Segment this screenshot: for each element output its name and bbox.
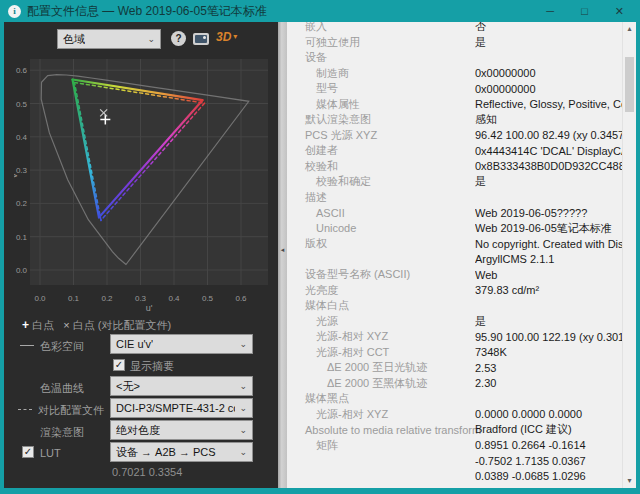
table-row[interactable]: 矩阵0.8951 0.2664 -0.1614 bbox=[287, 438, 622, 454]
whitepoint-legend-label: 白点 bbox=[32, 319, 54, 331]
window-body: 色域 ⌄ ? 3D▾ 0.00.00.10.10.20.20.30.30.40.… bbox=[4, 22, 636, 488]
intent-dropdown[interactable]: 绝对色度 ⌄ bbox=[110, 420, 253, 440]
show-summary-checkbox[interactable]: ✓ bbox=[113, 359, 125, 371]
table-row[interactable]: 设备型号名称 (ASCII)Web bbox=[287, 267, 622, 283]
view-dropdown[interactable]: 色域 ⌄ bbox=[57, 29, 161, 49]
table-row[interactable]: 制造商0x00000000 bbox=[287, 66, 622, 82]
lut-label: LUT bbox=[40, 447, 61, 459]
scroll-down-icon[interactable]: ▾ bbox=[623, 474, 636, 488]
property-value: 2.30 bbox=[475, 377, 622, 389]
titlebar[interactable]: i 配置文件信息 — Web 2019-06-05笔记本标准 ─ □ ✕ bbox=[0, 0, 640, 22]
compare-profile-label: 对比配置文件 bbox=[38, 403, 104, 418]
svg-text:0.1: 0.1 bbox=[68, 294, 80, 303]
tempcurve-label: 色温曲线 bbox=[40, 381, 84, 396]
svg-text:0.5: 0.5 bbox=[202, 294, 214, 303]
table-row[interactable]: 校验和确定是 bbox=[287, 174, 622, 190]
property-label: 制造商 bbox=[287, 66, 475, 81]
table-row[interactable]: 光源-相对 XYZ95.90 100.00 122.19 (xy 0.3015 … bbox=[287, 329, 622, 345]
property-value: 0x4443414C 'DCAL' DisplayCAL bbox=[475, 145, 622, 157]
svg-text:0.3: 0.3 bbox=[135, 294, 147, 303]
splitter-grip-icon: ◂ bbox=[278, 246, 287, 254]
property-label: 型号 bbox=[287, 81, 475, 96]
table-row[interactable]: 嵌入否 bbox=[287, 22, 622, 35]
colorspace-value: CIE u'v' bbox=[116, 338, 153, 350]
property-value: ArgyllCMS 2.1.1 bbox=[475, 253, 622, 265]
property-label: 创建者 bbox=[287, 143, 475, 158]
property-value: 是 bbox=[475, 174, 622, 189]
view-3d-button[interactable]: 3D▾ bbox=[216, 30, 237, 44]
table-row[interactable]: -0.7502 1.7135 0.0367 bbox=[287, 453, 622, 469]
table-row[interactable]: UnicodeWeb 2019-06-05笔记本标准 bbox=[287, 221, 622, 237]
tempcurve-dropdown[interactable]: <无> ⌄ bbox=[110, 376, 253, 396]
whitepoint-legend: + 白点 × 白点 (对比配置文件) bbox=[22, 318, 171, 333]
property-label: 校验和确定 bbox=[287, 174, 475, 189]
property-table: 嵌入否可独立使用是设备制造商0x00000000型号0x00000000媒体属性… bbox=[287, 22, 622, 484]
compare-profile-dropdown[interactable]: DCI-P3/SMPTE-431-2 colo ⌄ bbox=[110, 398, 253, 418]
table-row[interactable]: PCS 光源 XYZ96.42 100.00 82.49 (xy 0.3457 … bbox=[287, 128, 622, 144]
table-row[interactable]: 光源是 bbox=[287, 314, 622, 330]
property-value: Web bbox=[475, 269, 622, 281]
lut-value: 设备 → A2B → PCS bbox=[116, 445, 216, 460]
scroll-up-icon[interactable]: ▴ bbox=[623, 22, 636, 36]
property-label: 校验和 bbox=[287, 159, 475, 174]
table-row[interactable]: Absolute to media relative transformBrad… bbox=[287, 422, 622, 438]
table-row[interactable]: 可独立使用是 bbox=[287, 35, 622, 51]
property-label: 设备型号名称 (ASCII) bbox=[287, 267, 475, 282]
minimize-button[interactable]: ─ bbox=[546, 0, 554, 22]
image-icon-dot bbox=[203, 36, 206, 39]
property-label: 默认渲染意图 bbox=[287, 112, 475, 127]
table-row[interactable]: 媒体白点 bbox=[287, 298, 622, 314]
property-label: 描述 bbox=[287, 190, 475, 205]
plus-marker-icon: + bbox=[22, 318, 29, 332]
property-value: 95.90 100.00 122.19 (xy 0.3015 0.31 bbox=[475, 331, 622, 343]
property-label: ΔE 2000 至黑体轨迹 bbox=[287, 376, 475, 391]
table-row[interactable]: 光亮度379.83 cd/m² bbox=[287, 283, 622, 299]
maximize-button[interactable]: □ bbox=[581, 0, 588, 22]
table-row[interactable]: ΔE 2000 至日光轨迹2.53 bbox=[287, 360, 622, 376]
table-row[interactable]: 媒体属性Reflective, Glossy, Positive, Color bbox=[287, 97, 622, 113]
lut-dropdown[interactable]: 设备 → A2B → PCS ⌄ bbox=[110, 442, 253, 462]
cursor-coordinates: 0.7021 0.3354 bbox=[112, 466, 182, 478]
table-row[interactable]: 媒体黑点 bbox=[287, 391, 622, 407]
table-row[interactable]: 光源-相对 XYZ0.0000 0.0000 0.0000 bbox=[287, 407, 622, 423]
property-value: 0.8951 0.2664 -0.1614 bbox=[475, 439, 622, 451]
table-row[interactable]: 校验和0x8B333438B0D0D932CC488ADC0 bbox=[287, 159, 622, 175]
table-row[interactable]: 型号0x00000000 bbox=[287, 81, 622, 97]
property-label: ΔE 2000 至日光轨迹 bbox=[287, 360, 475, 375]
svg-text:0.2: 0.2 bbox=[16, 199, 28, 208]
property-value: 0.0389 -0.0685 1.0296 bbox=[475, 470, 622, 482]
property-value: 96.42 100.00 82.49 (xy 0.3457 0.35 bbox=[475, 129, 622, 141]
help-icon[interactable]: ? bbox=[171, 31, 186, 46]
table-row[interactable]: ASCIIWeb 2019-06-05????? bbox=[287, 205, 622, 221]
table-row[interactable]: 0.0389 -0.0685 1.0296 bbox=[287, 469, 622, 485]
chevron-down-icon: ⌄ bbox=[239, 381, 247, 391]
table-row[interactable]: 光源-相对 CCT7348K bbox=[287, 345, 622, 361]
property-value: Bradford (ICC 建议) bbox=[475, 422, 622, 437]
colorspace-dropdown[interactable]: CIE u'v' ⌄ bbox=[110, 334, 253, 354]
lut-checkbox[interactable]: ✓ bbox=[22, 446, 34, 458]
table-row[interactable]: 版权No copyright. Created with Displa bbox=[287, 236, 622, 252]
chromaticity-diagram[interactable]: 0.00.00.10.10.20.20.30.30.40.40.50.50.60… bbox=[14, 58, 272, 314]
property-label: 设备 bbox=[287, 50, 475, 65]
panel-splitter[interactable]: ◂ bbox=[278, 22, 287, 488]
export-image-icon[interactable] bbox=[193, 33, 209, 45]
table-row[interactable]: 描述 bbox=[287, 190, 622, 206]
svg-text:0.0: 0.0 bbox=[16, 266, 28, 275]
window-controls: ─ □ ✕ bbox=[546, 0, 632, 22]
table-row[interactable]: 默认渲染意图感知 bbox=[287, 112, 622, 128]
table-row[interactable]: ΔE 2000 至黑体轨迹2.30 bbox=[287, 376, 622, 392]
compare-whitepoint-legend-label: 白点 (对比配置文件) bbox=[73, 319, 171, 331]
property-value: 感知 bbox=[475, 112, 622, 127]
table-row[interactable]: 创建者0x4443414C 'DCAL' DisplayCAL bbox=[287, 143, 622, 159]
svg-text:0.5: 0.5 bbox=[16, 100, 28, 109]
x-axis-label: u' bbox=[146, 303, 153, 313]
property-value: 0.0000 0.0000 0.0000 bbox=[475, 408, 622, 420]
scrollbar-thumb[interactable] bbox=[625, 57, 634, 112]
table-row[interactable]: ArgyllCMS 2.1.1 bbox=[287, 252, 622, 268]
table-row[interactable]: 设备 bbox=[287, 50, 622, 66]
svg-text:0.2: 0.2 bbox=[101, 294, 113, 303]
close-button[interactable]: ✕ bbox=[615, 0, 624, 22]
vertical-scrollbar[interactable]: ▴ ▾ bbox=[622, 22, 636, 488]
property-label: 光源-相对 CCT bbox=[287, 345, 475, 360]
plot-area bbox=[30, 59, 268, 285]
